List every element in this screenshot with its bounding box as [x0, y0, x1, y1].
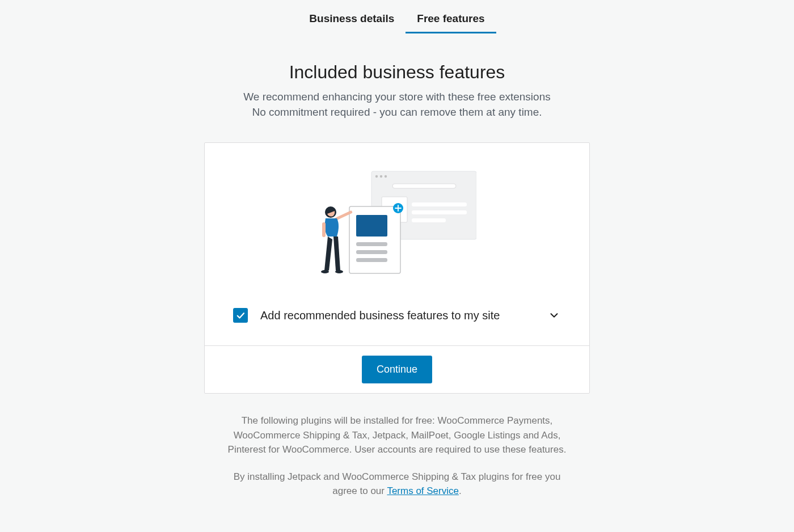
svg-rect-4	[392, 184, 456, 188]
page-subtitle-line2: No commitment required - you can remove …	[252, 106, 542, 118]
tab-business-details[interactable]: Business details	[298, 6, 406, 33]
expand-toggle[interactable]	[547, 309, 561, 322]
svg-point-3	[385, 175, 387, 178]
svg-rect-10	[356, 215, 387, 237]
chevron-down-icon	[548, 309, 560, 322]
terms-of-service-link[interactable]: Terms of Service	[387, 485, 459, 496]
terms-disclosure: By installing Jetpack and WooCommerce Sh…	[227, 470, 567, 499]
option-row: Add recommended business features to my …	[233, 293, 561, 340]
svg-point-2	[380, 175, 382, 178]
page-subtitle-line1: We recommend enhancing your store with t…	[243, 91, 550, 103]
svg-rect-13	[356, 258, 387, 262]
svg-point-1	[375, 175, 378, 178]
terms-suffix: .	[459, 485, 462, 496]
svg-point-18	[321, 270, 329, 273]
plugins-disclosure: The following plugins will be installed …	[227, 413, 567, 457]
svg-point-19	[335, 270, 343, 273]
svg-rect-6	[412, 202, 467, 206]
page-title: Included business features	[11, 62, 783, 83]
footer-text: The following plugins will be installed …	[204, 413, 590, 499]
check-icon	[235, 310, 246, 320]
tab-free-features[interactable]: Free features	[406, 6, 496, 33]
card-body: Add recommended business features to my …	[205, 143, 589, 345]
svg-rect-12	[356, 250, 387, 254]
features-card: Add recommended business features to my …	[204, 142, 590, 394]
svg-rect-8	[412, 218, 446, 222]
tabs-bar: Business details Free features	[0, 0, 794, 33]
add-features-checkbox[interactable]	[233, 308, 248, 323]
continue-button[interactable]: Continue	[362, 356, 432, 383]
card-footer: Continue	[205, 345, 589, 393]
page-header: Included business features We recommend …	[0, 62, 794, 120]
illustration-builder	[318, 168, 476, 276]
svg-rect-11	[356, 242, 387, 246]
option-label: Add recommended business features to my …	[260, 309, 535, 322]
svg-rect-7	[412, 210, 467, 214]
svg-rect-17	[322, 222, 326, 237]
